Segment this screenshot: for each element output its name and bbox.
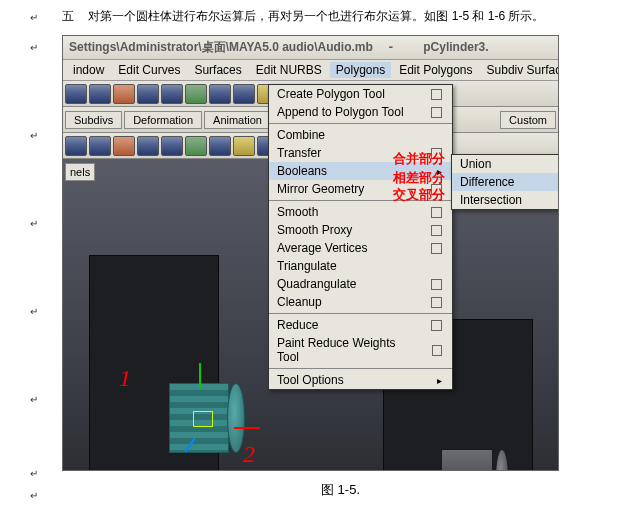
annot-union: 合并部分: [393, 150, 445, 168]
mi-avg-vert[interactable]: Average Vertices: [269, 239, 452, 257]
menu-edit-polygons[interactable]: Edit Polygons: [393, 62, 478, 78]
mi-quadrangulate[interactable]: Quadrangulate: [269, 275, 452, 293]
option-box-icon[interactable]: [432, 345, 442, 356]
mi-combine[interactable]: Combine: [269, 126, 452, 144]
tool-icon[interactable]: [209, 84, 231, 104]
shelf-icon[interactable]: [89, 136, 111, 156]
option-box-icon[interactable]: [431, 297, 442, 308]
doc-top-line: 对第一个圆柱体进行布尔运算后，再对另一个也进行布尔运算。如图 1-5 和 1-6…: [88, 9, 544, 23]
menubar: indow Edit Curves Surfaces Edit NURBS Po…: [63, 60, 558, 81]
menu-edit-curves[interactable]: Edit Curves: [112, 62, 186, 78]
maya-window: Settings\Administrator\桌面\MAYA5.0 audio\…: [62, 35, 559, 471]
mi-intersection[interactable]: Intersection: [452, 191, 559, 209]
doc-seq: 五: [62, 9, 74, 23]
mi-create-poly[interactable]: Create Polygon Tool: [269, 85, 452, 103]
tool-icon[interactable]: [137, 84, 159, 104]
mi-smooth[interactable]: Smooth: [269, 203, 452, 221]
tab-subdivs[interactable]: Subdivs: [65, 111, 122, 129]
mi-smooth-proxy[interactable]: Smooth Proxy: [269, 221, 452, 239]
cylinder-2[interactable]: [433, 449, 503, 471]
marker-1: 1: [119, 365, 131, 392]
shelf-icon[interactable]: [209, 136, 231, 156]
mi-paint-reduce[interactable]: Paint Reduce Weights Tool: [269, 334, 452, 366]
option-box-icon[interactable]: [431, 243, 442, 254]
shelf-icon[interactable]: [161, 136, 183, 156]
polygons-menu: Create Polygon Tool Append to Polygon To…: [268, 84, 453, 390]
shelf-icon[interactable]: [113, 136, 135, 156]
tool-icon[interactable]: [113, 84, 135, 104]
selection-marquee: [193, 411, 213, 427]
marker-2: 2: [243, 441, 255, 468]
menu-polygons[interactable]: Polygons: [330, 62, 391, 78]
shelf-icon[interactable]: [137, 136, 159, 156]
shelf-icon[interactable]: [185, 136, 207, 156]
option-box-icon[interactable]: [431, 225, 442, 236]
mi-triangulate[interactable]: Triangulate: [269, 257, 452, 275]
titlebar: Settings\Administrator\桌面\MAYA5.0 audio\…: [63, 36, 558, 60]
mi-cleanup[interactable]: Cleanup: [269, 293, 452, 311]
title-selection: pCylinder3.: [423, 40, 488, 54]
menu-surfaces[interactable]: Surfaces: [188, 62, 247, 78]
shelf-icon[interactable]: [65, 136, 87, 156]
option-box-icon[interactable]: [431, 320, 442, 331]
tab-animation[interactable]: Animation: [204, 111, 271, 129]
option-box-icon[interactable]: [431, 279, 442, 290]
shelf-icon[interactable]: [233, 136, 255, 156]
panel-label[interactable]: nels: [65, 163, 95, 181]
booleans-submenu: Union Difference Intersection: [451, 154, 559, 210]
menu-edit-nurbs[interactable]: Edit NURBS: [250, 62, 328, 78]
axis-x-icon: [234, 427, 260, 429]
tab-deformation[interactable]: Deformation: [124, 111, 202, 129]
option-box-icon[interactable]: [431, 89, 442, 100]
mi-append-poly[interactable]: Append to Polygon Tool: [269, 103, 452, 121]
mi-difference[interactable]: Difference: [452, 173, 559, 191]
mi-union[interactable]: Union: [452, 155, 559, 173]
tool-icon[interactable]: [185, 84, 207, 104]
annot-diff: 相差部分: [393, 169, 445, 187]
title-path: Settings\Administrator\桌面\MAYA5.0 audio\…: [69, 40, 373, 54]
option-box-icon[interactable]: [431, 207, 442, 218]
annot-inter: 交叉部分: [393, 186, 445, 204]
tool-icon[interactable]: [161, 84, 183, 104]
figure-caption: 图 1-5.: [62, 481, 619, 499]
option-box-icon[interactable]: [431, 107, 442, 118]
mi-reduce[interactable]: Reduce: [269, 316, 452, 334]
mi-tool-options[interactable]: Tool Options: [269, 371, 452, 389]
tool-icon[interactable]: [65, 84, 87, 104]
tab-custom[interactable]: Custom: [500, 111, 556, 129]
menu-subdiv[interactable]: Subdiv Surfaces: [481, 62, 559, 78]
tool-icon[interactable]: [233, 84, 255, 104]
tool-icon[interactable]: [89, 84, 111, 104]
menu-window[interactable]: indow: [67, 62, 110, 78]
axis-y-icon: [199, 363, 201, 389]
